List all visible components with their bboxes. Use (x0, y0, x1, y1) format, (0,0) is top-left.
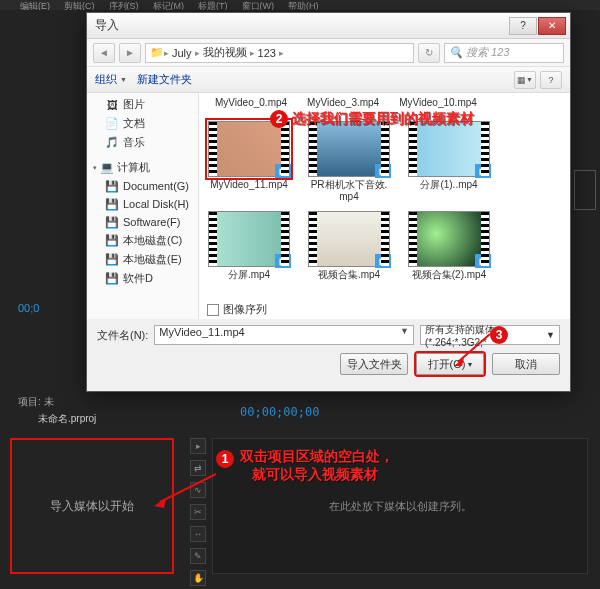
premiere-badge-icon: ▮▮ (475, 254, 491, 268)
side-preview-thumb (574, 170, 596, 210)
folder-icon: 📁 (150, 46, 164, 59)
annotation-badge-2: 2 (270, 110, 288, 128)
sidebar-item-music[interactable]: 🎵音乐 (87, 133, 198, 152)
file-label: 视频合集.mp4 (318, 269, 380, 281)
tool-slip[interactable]: ↔ (190, 526, 206, 542)
dialog-titlebar[interactable]: 导入 ? ✕ (87, 13, 570, 39)
premiere-badge-icon: ▮▮ (375, 164, 391, 178)
filename-label: 文件名(N): (97, 328, 148, 343)
checkbox-icon[interactable] (207, 304, 219, 316)
sidebar-drive[interactable]: 💾Software(F) (87, 213, 198, 231)
help-icon[interactable]: ? (540, 71, 562, 89)
dialog-title: 导入 (91, 17, 508, 34)
file-item[interactable]: ▮▮ 分屏(1)..mp4 (407, 121, 491, 203)
filename-input[interactable]: MyVideo_11.mp4▼ (154, 325, 414, 345)
documents-icon: 📄 (105, 117, 119, 131)
tool-hand[interactable]: ✋ (190, 570, 206, 586)
timeline-placeholder: 在此处放下媒体以创建序列。 (329, 499, 472, 514)
premiere-badge-icon: ▮▮ (275, 164, 291, 178)
new-folder-button[interactable]: 新建文件夹 (137, 72, 192, 87)
tool-pen[interactable]: ✎ (190, 548, 206, 564)
import-folder-button[interactable]: 导入文件夹 (340, 353, 408, 375)
refresh-button[interactable]: ↻ (418, 43, 440, 63)
breadcrumb[interactable]: 📁 ▸July ▸我的视频 ▸123 ▸ (145, 43, 414, 63)
project-panel-tab[interactable]: 项目: 未 (18, 395, 54, 409)
file-label: 视频合集(2).mp4 (412, 269, 486, 281)
timeline-tools: ▸ ⇄ ∿ ✂ ↔ ✎ ✋ 🔍 (190, 438, 208, 589)
premiere-badge-icon: ▮▮ (275, 254, 291, 268)
source-timecode: 00;0 (18, 302, 39, 314)
file-item[interactable]: ▮▮ 视频合集.mp4 (307, 211, 391, 281)
project-filename: 未命名.prproj (38, 412, 96, 426)
file-label: MyVideo_11.mp4 (210, 179, 288, 191)
drive-icon: 💾 (105, 179, 119, 193)
annotation-text-1b: 就可以导入视频素材 (252, 466, 378, 484)
video-thumb: ▮▮ (308, 121, 390, 177)
sidebar-item-pictures[interactable]: 🖼图片 (87, 95, 198, 114)
video-thumb: ▮▮ (208, 211, 290, 267)
drive-icon: 💾 (105, 234, 119, 248)
video-thumb: ▮▮ (408, 211, 490, 267)
video-thumb: ▮▮ (208, 121, 290, 177)
file-item[interactable]: ▮▮ 分屏.mp4 (207, 211, 291, 281)
music-icon: 🎵 (105, 136, 119, 150)
file-label: 分屏.mp4 (228, 269, 270, 281)
annotation-arrow-1 (150, 470, 220, 510)
window-help-button[interactable]: ? (509, 17, 537, 35)
search-icon: 🔍 (449, 46, 463, 59)
cancel-button[interactable]: 取消 (492, 353, 560, 375)
file-item[interactable]: ▮▮ MyVideo_11.mp4 (207, 121, 291, 203)
drive-icon: 💾 (105, 215, 119, 229)
premiere-badge-icon: ▮▮ (375, 254, 391, 268)
file-label: PR相机水下音效.mp4 (307, 179, 391, 203)
annotation-badge-3: 3 (490, 326, 508, 344)
sidebar-drive[interactable]: 💾本地磁盘(E) (87, 250, 198, 269)
annotation-arrow-3 (452, 332, 494, 368)
svg-line-0 (458, 334, 490, 362)
view-mode-button[interactable]: ▦▼ (514, 71, 536, 89)
annotation-text-2: 选择我们需要用到的视频素材 (292, 110, 474, 128)
sidebar-drive[interactable]: 💾本地磁盘(C) (87, 231, 198, 250)
file-item[interactable]: ▮▮ PR相机水下音效.mp4 (307, 121, 391, 203)
drive-icon: 💾 (105, 272, 119, 286)
dialog-toolbar: 组织▼ 新建文件夹 ▦▼ ? (87, 67, 570, 93)
sidebar-item-documents[interactable]: 📄文档 (87, 114, 198, 133)
file-row-truncated: MyVideo_0.mp4MyVideo_3.mp4MyVideo_10.mp4 (205, 97, 564, 111)
organize-button[interactable]: 组织▼ (95, 72, 127, 87)
file-item[interactable]: ▮▮ 视频合集(2).mp4 (407, 211, 491, 281)
video-thumb: ▮▮ (408, 121, 490, 177)
svg-line-2 (160, 474, 216, 502)
window-close-button[interactable]: ✕ (538, 17, 566, 35)
dialog-nav-bar: ◄ ► 📁 ▸July ▸我的视频 ▸123 ▸ ↻ 🔍 搜索 123 (87, 39, 570, 67)
empty-project-hint: 导入媒体以开始 (50, 498, 134, 515)
app-menu-bar: 编辑(E)剪辑(C)序列(S) 标记(M)标题(T)窗口(W)帮助(H) (0, 0, 600, 10)
sidebar-group-computer[interactable]: ▾💻计算机 (87, 158, 198, 177)
image-sequence-checkbox[interactable]: 图像序列 (207, 302, 267, 317)
video-thumb: ▮▮ (308, 211, 390, 267)
drive-icon: 💾 (105, 197, 119, 211)
svg-marker-1 (454, 358, 464, 366)
drive-icon: 💾 (105, 253, 119, 267)
sidebar-drive[interactable]: 💾软件D (87, 269, 198, 288)
sidebar-drive[interactable]: 💾Local Disk(H) (87, 195, 198, 213)
nav-forward-button[interactable]: ► (119, 43, 141, 63)
svg-marker-3 (154, 498, 166, 508)
file-label: 分屏(1)..mp4 (420, 179, 477, 191)
nav-back-button[interactable]: ◄ (93, 43, 115, 63)
computer-icon: 💻 (100, 161, 114, 175)
pictures-icon: 🖼 (105, 98, 119, 112)
annotation-text-1a: 双击项目区域的空白处， (240, 448, 394, 466)
annotation-badge-1: 1 (216, 450, 234, 468)
search-input[interactable]: 🔍 搜索 123 (444, 43, 564, 63)
tool-selection[interactable]: ▸ (190, 438, 206, 454)
timeline-timecode: 00;00;00;00 (240, 405, 319, 419)
folder-sidebar: 🖼图片 📄文档 🎵音乐 ▾💻计算机 💾Document(G) 💾Local Di… (87, 93, 199, 319)
premiere-badge-icon: ▮▮ (475, 164, 491, 178)
sidebar-drive[interactable]: 💾Document(G) (87, 177, 198, 195)
